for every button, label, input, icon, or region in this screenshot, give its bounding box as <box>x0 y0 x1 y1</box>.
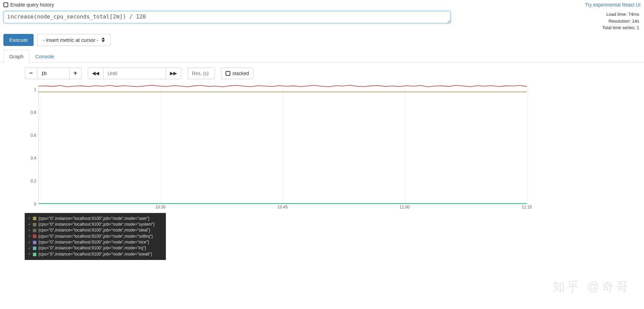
time-forward-button[interactable]: ▶▶ <box>166 68 181 79</box>
check-icon: ✔ <box>28 222 31 227</box>
y-tick: 0.2 <box>31 179 36 183</box>
legend-label: {cpu="0",instance="localhost:9100",job="… <box>38 234 153 239</box>
x-tick: 11:00 <box>400 205 410 210</box>
legend-row[interactable]: ✔{cpu="0",instance="localhost:9100",job=… <box>28 222 162 227</box>
time-nav-group: ◀◀ ▶▶ <box>88 68 181 79</box>
color-swatch <box>33 241 36 244</box>
metric-dropdown[interactable]: - insert metric at cursor - <box>37 34 111 46</box>
check-icon: ✔ <box>28 252 31 257</box>
x-tick: 10:30 <box>155 205 166 210</box>
metric-dropdown-label: - insert metric at cursor - <box>43 37 99 43</box>
legend-row[interactable]: ✔{cpu="0",instance="localhost:9100",job=… <box>28 239 162 245</box>
color-swatch <box>33 223 36 226</box>
legend-label: {cpu="0",instance="localhost:9100",job="… <box>38 222 155 227</box>
legend-row[interactable]: ✔{cpu="0",instance="localhost:9100",job=… <box>28 245 162 251</box>
legend-row[interactable]: ✔{cpu="0",instance="localhost:9100",job=… <box>28 216 162 222</box>
y-tick: 0.4 <box>31 156 36 161</box>
range-input[interactable] <box>41 68 65 79</box>
resolution: Resolution: 14s <box>602 18 639 25</box>
check-icon: ✔ <box>28 216 31 221</box>
legend-label: {cpu="0",instance="localhost:9100",job="… <box>38 216 149 222</box>
legend-label: {cpu="0",instance="localhost:9100",job="… <box>38 245 146 251</box>
color-swatch <box>33 217 36 220</box>
checkbox-icon <box>226 71 230 76</box>
time-range-group: − + <box>25 68 82 79</box>
react-ui-link[interactable]: Try experimental React UI <box>585 2 641 8</box>
load-time: Load time: 74ms <box>602 11 639 18</box>
execute-button[interactable]: Execute <box>3 34 34 46</box>
query-stats: Load time: 74ms Resolution: 14s Total ti… <box>602 11 641 31</box>
legend-label: {cpu="0",instance="localhost:9100",job="… <box>38 239 149 245</box>
legend: ✔{cpu="0",instance="localhost:9100",job=… <box>25 213 166 260</box>
y-tick: 0 <box>34 202 36 206</box>
chart-area[interactable]: 00.20.40.60.81 10:3010:4511:0011:15 <box>25 84 527 211</box>
color-swatch <box>33 247 36 250</box>
check-icon: ✔ <box>28 234 31 239</box>
check-icon: ✔ <box>28 246 31 251</box>
y-tick: 0.6 <box>31 133 36 138</box>
color-swatch <box>33 229 36 232</box>
query-input[interactable] <box>3 11 451 23</box>
tab-graph[interactable]: Graph <box>3 50 29 63</box>
legend-label: {cpu="0",instance="localhost:9100",job="… <box>38 251 152 257</box>
check-icon: ✔ <box>28 240 31 245</box>
color-swatch <box>33 253 36 256</box>
stacked-toggle[interactable]: stacked <box>221 68 253 79</box>
legend-row[interactable]: ✔{cpu="0",instance="localhost:9100",job=… <box>28 234 162 239</box>
tab-console[interactable]: Console <box>29 50 60 63</box>
range-decrease-button[interactable]: − <box>25 68 37 79</box>
y-tick: 1 <box>34 87 36 92</box>
time-back-button[interactable]: ◀◀ <box>88 68 104 79</box>
caret-updown-icon <box>101 38 105 42</box>
until-input[interactable] <box>108 68 161 79</box>
history-label: Enable query history <box>10 2 54 8</box>
check-icon: ✔ <box>28 228 31 233</box>
checkbox-icon <box>3 2 8 7</box>
color-swatch <box>33 235 36 238</box>
enable-history-toggle[interactable]: Enable query history <box>3 2 54 8</box>
resolution-input[interactable] <box>192 68 210 79</box>
total-series: Total time series: 1 <box>602 24 639 31</box>
stacked-label: stacked <box>232 71 249 76</box>
legend-row[interactable]: ✔{cpu="0",instance="localhost:9100",job=… <box>28 251 162 257</box>
legend-row[interactable]: ✔{cpu="0",instance="localhost:9100",job=… <box>28 227 162 233</box>
legend-label: {cpu="0",instance="localhost:9100",job="… <box>38 227 150 233</box>
x-tick: 11:15 <box>522 205 532 210</box>
x-tick: 10:45 <box>277 205 288 210</box>
range-increase-button[interactable]: + <box>70 68 82 79</box>
series-line <box>39 84 527 204</box>
y-tick: 0.8 <box>31 110 36 115</box>
